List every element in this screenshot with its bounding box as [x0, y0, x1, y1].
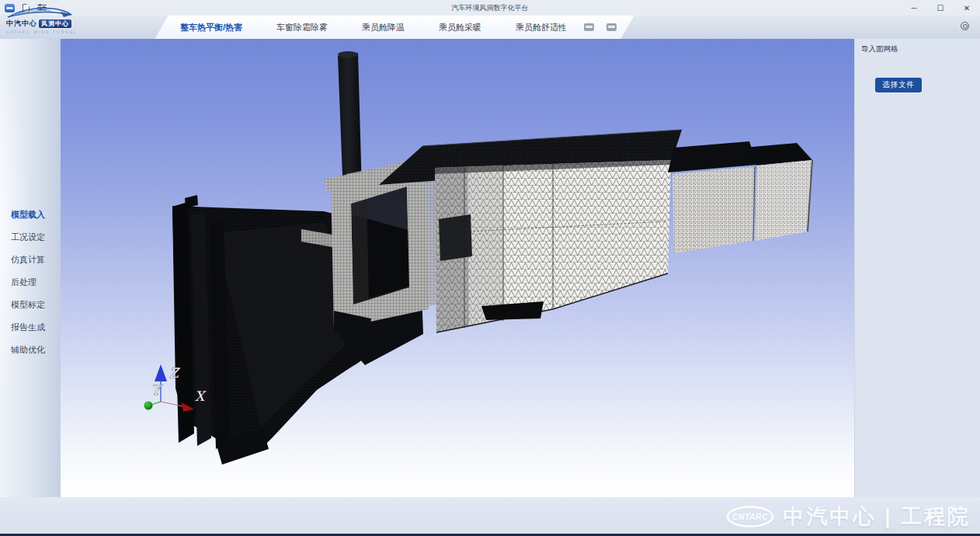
sidebar-item-model-calibration[interactable]: 模型标定: [0, 294, 61, 316]
brand-badge: 风洞中心: [39, 19, 71, 28]
window-layout-icon[interactable]: [584, 23, 594, 31]
title-bar: 汽车环境风洞数字化平台 ─ ☐ ✕: [0, 0, 980, 16]
window-panel-icon[interactable]: [606, 23, 617, 31]
sidebar-item-aux-optimization[interactable]: 辅助优化: [0, 339, 61, 361]
brand-subtext: CATARC WIND TUNNEL: [6, 30, 146, 34]
z-axis-arrow: [155, 364, 167, 381]
cntarc-logo-icon: CNTARC: [725, 504, 775, 529]
tab-cabin-comfort[interactable]: 乘员舱舒适性: [516, 22, 567, 33]
cntarc-logo-text: CNTARC: [732, 512, 769, 521]
sidebar-item-condition-setting[interactable]: 工况设定: [0, 226, 61, 249]
header: 中汽中心 风洞中心 CATARC WIND TUNNEL 整车热平衡/热害 车窗…: [0, 16, 980, 39]
maximize-button[interactable]: ☐: [927, 0, 954, 16]
footer-brand-text: 中汽中心 | 工程院: [783, 503, 971, 531]
footer-bar: CNTARC 中汽中心 | 工程院: [0, 497, 980, 536]
sidebar-item-model-load[interactable]: 模型载入: [0, 204, 61, 226]
sidebar: 模型载入 工况设定 仿真计算 后处理 模型标定 报告生成 辅助优化: [0, 39, 61, 497]
import-surface-mesh-label: 导入面网格: [861, 44, 974, 54]
account-icon[interactable]: [961, 22, 969, 30]
tab-cabin-heating[interactable]: 乘员舱采暖: [439, 22, 481, 33]
y-axis-label: Y: [151, 382, 163, 398]
tab-thermal-balance[interactable]: 整车热平衡/热害: [180, 22, 242, 33]
window-title: 汽车环境风洞数字化平台: [0, 3, 980, 13]
tab-bar: 整车热平衡/热害 车窗除霜除雾 乘员舱降温 乘员舱采暖 乘员舱舒适性: [180, 16, 567, 39]
sidebar-item-simulation[interactable]: 仿真计算: [0, 249, 61, 271]
minimize-button[interactable]: ─: [901, 0, 927, 16]
y-axis-sphere: [144, 402, 153, 410]
sidebar-item-postprocess[interactable]: 后处理: [0, 271, 61, 294]
main-area: 模型载入 工况设定 仿真计算 后处理 模型标定 报告生成 辅助优化: [0, 39, 980, 497]
tab-defrost-defog[interactable]: 车窗除霜除雾: [276, 22, 328, 33]
right-panel: 导入面网格 选择文件: [854, 39, 980, 497]
viewport-3d-canvas[interactable]: Z Y X: [61, 39, 854, 497]
select-file-button[interactable]: 选择文件: [875, 78, 922, 92]
close-button[interactable]: ✕: [954, 0, 980, 16]
brand-logo: 中汽中心 风洞中心 CATARC WIND TUNNEL: [6, 5, 146, 34]
tab-cabin-cooling[interactable]: 乘员舱降温: [362, 22, 405, 33]
brand-name: 中汽中心: [6, 19, 37, 29]
app-window: 汽车环境风洞数字化平台 ─ ☐ ✕ 中汽中心 风洞中心 CATARC WIND …: [0, 0, 980, 536]
sidebar-item-report-generation[interactable]: 报告生成: [0, 316, 61, 339]
hvac-mesh-model: [172, 51, 812, 465]
